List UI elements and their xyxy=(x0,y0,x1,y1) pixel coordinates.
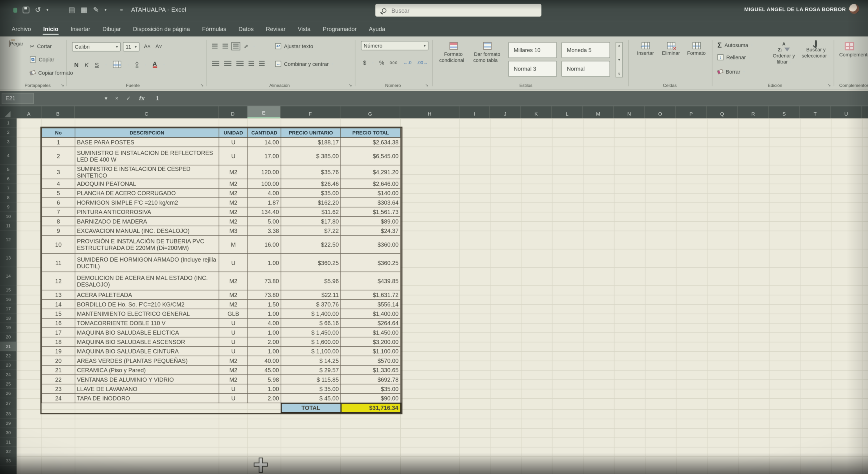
cell-precio-total[interactable]: $2,634.38 xyxy=(341,137,401,147)
cell-precio-unitario[interactable]: $ 115.85 xyxy=(281,375,341,384)
row-header-28[interactable]: 28 xyxy=(0,409,17,419)
cell-no[interactable]: 8 xyxy=(42,217,75,226)
row-header-24[interactable]: 24 xyxy=(0,370,17,379)
column-header-s[interactable]: S xyxy=(769,106,800,118)
cell-descripcion[interactable]: SUMINISTRO E INSTALACION DE CESPED SINTE… xyxy=(75,165,219,179)
cell-descripcion[interactable]: SUMINISTRO E INSTALACION DE REFLECTORES … xyxy=(75,147,219,165)
cell-unidad[interactable]: M2 xyxy=(219,165,248,179)
row-header-17[interactable]: 17 xyxy=(0,304,17,314)
cell-no[interactable]: 22 xyxy=(42,375,75,384)
cell-no[interactable]: 4 xyxy=(42,179,75,188)
align-right-icon[interactable] xyxy=(237,61,244,66)
column-header-r[interactable]: R xyxy=(738,106,769,118)
column-header-c[interactable]: C xyxy=(75,106,219,118)
paste-caret-icon[interactable]: ▾ xyxy=(6,46,27,51)
header-precio-unitario[interactable]: PRECIO UNITARIO xyxy=(281,128,341,137)
cell-cantidad[interactable]: 3.38 xyxy=(248,226,281,235)
cell-descripcion[interactable]: SUMIDERO DE HORMIGON ARMADO (Incluye rej… xyxy=(75,254,219,272)
save-icon[interactable] xyxy=(23,7,29,13)
row-header-11[interactable]: 11 xyxy=(0,221,17,230)
fill-color-caret-icon[interactable]: ▾ xyxy=(145,62,147,67)
cell-no[interactable]: 21 xyxy=(42,366,75,375)
grow-font-button[interactable]: A˄ xyxy=(144,43,151,49)
clear-button[interactable]: Borrar ▾ xyxy=(717,69,745,75)
cell-cantidad[interactable]: 120.00 xyxy=(248,165,281,179)
tab-vista[interactable]: Vista xyxy=(292,22,317,35)
underline-caret-icon[interactable]: ▾ xyxy=(105,62,107,67)
cell-descripcion[interactable]: EXCAVACION MANUAL (INC. DESALOJO) xyxy=(75,226,219,235)
cell-no[interactable]: 7 xyxy=(42,207,75,217)
row-header-26[interactable]: 26 xyxy=(0,389,17,398)
editing-launcher-icon[interactable]: ↘ xyxy=(828,83,831,88)
cell-cantidad[interactable]: 4.00 xyxy=(248,318,281,328)
cell-precio-total[interactable]: $6,545.00 xyxy=(341,147,401,165)
cell-no[interactable]: 24 xyxy=(42,393,75,403)
cell-cantidad[interactable]: 1.00 xyxy=(248,254,281,272)
cell-precio-total[interactable]: $692.78 xyxy=(341,375,401,384)
cell-precio-unitario[interactable]: $ 370.76 xyxy=(281,299,341,309)
cell-no[interactable]: 16 xyxy=(42,318,75,328)
cell-descripcion[interactable]: ACERA PALETEADA xyxy=(75,290,219,299)
cell-unidad[interactable]: U xyxy=(219,347,248,356)
copy-button[interactable]: ⧉Copiar▾ xyxy=(30,56,59,62)
sort-filter-button[interactable]: AZ↓ Ordenar y filtrar ▾ xyxy=(769,41,798,65)
cell-precio-unitario[interactable]: $ 45.00 xyxy=(281,393,341,403)
cell-precio-unitario[interactable]: $ 35.00 xyxy=(281,384,341,393)
cell-precio-total[interactable]: $90.00 xyxy=(341,393,401,403)
wrap-text-button[interactable]: ↩ Ajustar texto xyxy=(275,43,313,49)
borders-caret-icon[interactable]: ▾ xyxy=(127,62,129,67)
cell-descripcion[interactable]: MAQUINA BIO SALUDABLE ELICTICA xyxy=(75,328,219,337)
cell-unidad[interactable]: M2 xyxy=(219,198,248,207)
cell-precio-unitario[interactable]: $22.11 xyxy=(281,290,341,299)
row-header-18[interactable]: 18 xyxy=(0,314,17,323)
cell-unidad[interactable]: M2 xyxy=(219,375,248,384)
cell-precio-total[interactable]: $556.14 xyxy=(341,299,401,309)
cell-precio-total[interactable]: $264.64 xyxy=(341,318,401,328)
font-color-caret-icon[interactable]: ▾ xyxy=(163,62,165,67)
bold-button[interactable]: N xyxy=(74,61,79,68)
style-normal-3[interactable]: Normal 3 xyxy=(508,61,557,77)
cell-descripcion[interactable]: HORMIGON SIMPLE F'C =210 kg/cm2 xyxy=(75,198,219,207)
cell-cantidad[interactable]: 17.00 xyxy=(248,147,281,165)
cell-precio-unitario[interactable]: $ 385.00 xyxy=(281,147,341,165)
row-header-7[interactable]: 7 xyxy=(0,184,17,193)
cell-descripcion[interactable]: TOMACORRIENTE DOBLE 110 V xyxy=(75,318,219,328)
cell-descripcion[interactable]: MANTENIMIENTO ELECTRICO GENERAL xyxy=(75,309,219,318)
table-icon[interactable]: ▦ xyxy=(81,5,88,15)
row-header-22[interactable]: 22 xyxy=(0,351,17,360)
tab-disposici-n-de-p-gina[interactable]: Disposición de página xyxy=(127,22,196,35)
header-precio-total[interactable]: PRECIO TOTAL xyxy=(341,128,401,137)
cell-unidad[interactable]: M2 xyxy=(219,290,248,299)
column-header-j[interactable]: J xyxy=(490,106,521,118)
row-header-4[interactable]: 4 xyxy=(0,147,17,165)
cell-unidad[interactable]: M2 xyxy=(219,272,248,290)
row-header-13[interactable]: 13 xyxy=(0,249,17,267)
cell-no[interactable]: 23 xyxy=(42,384,75,393)
fill-color-icon[interactable]: ◊ xyxy=(135,61,138,68)
styles-gallery-scroll[interactable]: ▲ ▼ ⊽ xyxy=(616,42,623,77)
font-size-select[interactable]: 11▾ xyxy=(123,42,140,51)
enter-icon[interactable]: ✓ xyxy=(126,95,131,101)
sheet-grid[interactable]: 1234567891011121314151617181920212223242… xyxy=(0,118,868,474)
cell-precio-unitario[interactable]: $ 66.16 xyxy=(281,318,341,328)
cell-cantidad[interactable]: 1.00 xyxy=(248,309,281,318)
tab-dibujar[interactable]: Dibujar xyxy=(96,22,127,35)
column-header-h[interactable]: H xyxy=(400,106,460,118)
cancel-icon[interactable]: × xyxy=(115,95,118,101)
column-header-f[interactable]: F xyxy=(281,106,340,118)
cell-descripcion[interactable]: PROVISIÓN E INSTALACIÓN DE TUBERIA PVC E… xyxy=(75,235,219,254)
cell-descripcion[interactable]: TAPA DE INODORO xyxy=(75,393,219,403)
cell-unidad[interactable]: M2 xyxy=(219,207,248,217)
cell-no[interactable]: 6 xyxy=(42,198,75,207)
header-descripcion[interactable]: DESCRIPCION xyxy=(75,128,219,137)
row-header-15[interactable]: 15 xyxy=(0,285,17,295)
fill-button[interactable]: ↓ Rellenar ▾ xyxy=(717,54,751,60)
tab-datos[interactable]: Datos xyxy=(232,22,260,35)
cell-unidad[interactable]: U xyxy=(219,328,248,337)
cell-cantidad[interactable]: 1.00 xyxy=(248,347,281,356)
name-box-caret-icon[interactable]: ▾ xyxy=(104,95,107,101)
tab-inicio[interactable]: Inicio xyxy=(37,22,64,35)
cell-precio-unitario[interactable]: $35.00 xyxy=(281,188,341,198)
cell-descripcion[interactable]: CERAMICA (Piso y Pared) xyxy=(75,366,219,375)
row-header-6[interactable]: 6 xyxy=(0,174,17,184)
